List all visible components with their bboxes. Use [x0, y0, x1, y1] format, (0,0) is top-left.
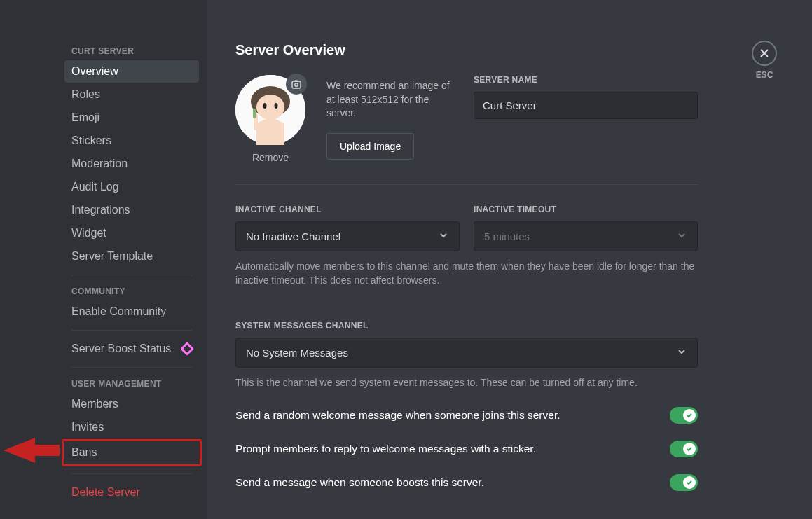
toggle-sticker[interactable] [670, 441, 698, 457]
toggle-welcome-label: Send a random welcome message when someo… [235, 409, 560, 422]
upload-image-button[interactable]: Upload Image [326, 133, 414, 160]
inactive-timeout-select[interactable]: 5 minutes [474, 221, 698, 251]
upload-image-badge[interactable] [286, 74, 307, 95]
annotation-arrow [4, 436, 60, 464]
sidebar-item-bans[interactable]: Bans [64, 441, 197, 464]
sidebar-item-enable-community[interactable]: Enable Community [64, 300, 199, 323]
toggle-welcome[interactable] [670, 407, 698, 424]
sidebar-item-delete-server[interactable]: Delete Server [64, 481, 199, 504]
sidebar-item-stickers[interactable]: Stickers [64, 130, 199, 152]
system-messages-value: No System Messages [246, 347, 348, 359]
boost-gem-icon [180, 342, 194, 356]
server-icon[interactable] [235, 75, 305, 145]
sidebar-header-user-management: USER MANAGEMENT [64, 375, 199, 393]
toggle-sticker-label: Prompt members to reply to welcome messa… [235, 443, 536, 455]
settings-content: ESC Server Overview [207, 0, 812, 519]
system-messages-label: SYSTEM MESSAGES CHANNEL [235, 321, 784, 331]
inactive-helper-text: Automatically move members to this chann… [235, 260, 698, 287]
chevron-down-icon [676, 346, 687, 359]
server-name-input[interactable] [474, 92, 698, 119]
check-icon [686, 412, 693, 419]
sidebar-item-integrations[interactable]: Integrations [64, 199, 199, 221]
chevron-down-icon [438, 230, 449, 243]
sidebar-item-emoji[interactable]: Emoji [64, 106, 199, 129]
sidebar-header-community: COMMUNITY [64, 282, 199, 300]
sidebar-item-invites[interactable]: Invites [64, 416, 199, 438]
server-name-label: SERVER NAME [474, 75, 784, 85]
svg-rect-10 [295, 81, 298, 83]
sidebar-divider [71, 275, 192, 275]
annotation-highlight-box: Bans [62, 439, 202, 466]
check-icon [686, 445, 693, 452]
inactive-channel-select[interactable]: No Inactive Channel [235, 221, 460, 251]
sidebar-item-moderation[interactable]: Moderation [64, 153, 199, 175]
page-title: Server Overview [235, 42, 784, 58]
inactive-timeout-value: 5 minutes [484, 230, 530, 242]
toggle-boost[interactable] [670, 474, 698, 491]
system-messages-select[interactable]: No System Messages [235, 338, 698, 368]
sidebar-divider [71, 330, 192, 331]
svg-rect-7 [253, 109, 256, 118]
image-recommend-text: We recommend an image of at least 512x51… [326, 79, 453, 120]
svg-point-4 [263, 103, 267, 109]
sidebar-item-widget[interactable]: Widget [64, 222, 199, 244]
sidebar-item-roles[interactable]: Roles [64, 83, 199, 106]
upload-icon [291, 78, 302, 90]
inactive-channel-label: INACTIVE CHANNEL [235, 205, 460, 214]
close-button[interactable] [752, 41, 777, 66]
inactive-channel-value: No Inactive Channel [246, 230, 340, 242]
toggle-boost-label: Send a message when someone boosts this … [235, 476, 484, 489]
svg-marker-0 [4, 438, 60, 463]
svg-rect-8 [292, 81, 301, 88]
sidebar-item-server-boost[interactable]: Server Boost Status [64, 338, 199, 360]
sidebar-item-members[interactable]: Members [64, 393, 199, 415]
section-divider [235, 184, 698, 185]
sidebar-item-overview[interactable]: Overview [64, 60, 199, 83]
check-icon [686, 479, 693, 486]
svg-point-3 [256, 95, 284, 120]
sidebar-divider [71, 367, 192, 368]
sidebar-item-audit-log[interactable]: Audit Log [64, 176, 199, 198]
chevron-down-icon [676, 230, 687, 243]
sidebar-divider [71, 473, 192, 474]
esc-label: ESC [756, 70, 773, 80]
inactive-timeout-label: INACTIVE TIMEOUT [474, 205, 698, 214]
svg-point-5 [275, 103, 278, 109]
close-icon [759, 48, 770, 59]
remove-icon-link[interactable]: Remove [252, 152, 289, 163]
sidebar-header-server: CURT SERVER [64, 42, 199, 60]
sidebar-item-server-template[interactable]: Server Template [64, 245, 199, 268]
svg-point-9 [295, 83, 298, 86]
system-helper-text: This is the channel we send system event… [235, 376, 698, 390]
